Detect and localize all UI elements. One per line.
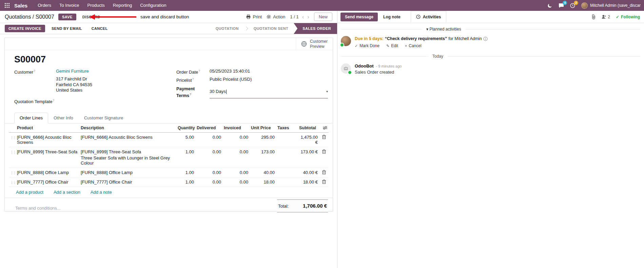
table-row[interactable]: ⋮⋮ [FURN_6666] Acoustic Bloc Screens [FU…	[9, 133, 329, 147]
add-note-link[interactable]: Add a note	[91, 190, 112, 195]
add-product-link[interactable]: Add a product	[16, 190, 43, 195]
cell-description[interactable]: [FURN_6666] Acoustic Bloc Screens	[79, 133, 176, 147]
cancel-activity-button[interactable]: ×Cancel	[405, 43, 422, 48]
col-subtotal[interactable]: Subtotal	[298, 123, 319, 133]
column-options[interactable]	[319, 123, 329, 133]
cell-taxes[interactable]	[276, 168, 298, 177]
tab-other-info[interactable]: Other Info	[48, 113, 79, 123]
cell-taxes[interactable]	[276, 177, 298, 187]
customer-preview-button[interactable]: Customer Preview	[296, 38, 333, 50]
edit-activity-button[interactable]: ✎Edit	[386, 43, 398, 48]
pager-next-icon[interactable]: ›	[307, 14, 309, 20]
cancel-button[interactable]: CANCEL	[89, 25, 111, 32]
user-menu[interactable]: Mitchell Admin (save_discar	[581, 2, 641, 9]
terms-and-conditions-input[interactable]: Terms and conditions...	[15, 206, 61, 211]
col-invoiced[interactable]: Invoiced	[222, 123, 250, 133]
cell-product[interactable]: [FURN_8888] Office Lamp	[16, 168, 79, 177]
cell-description[interactable]: [FURN_7777] Office Chair	[79, 177, 176, 187]
col-quantity[interactable]: Quantity	[176, 123, 195, 133]
payment-terms-input[interactable]: 30 Days ▾	[210, 86, 328, 98]
stage-quotation-sent[interactable]: QUOTATION SENT	[248, 23, 294, 34]
cell-taxes[interactable]	[276, 147, 298, 168]
message-author[interactable]: OdooBot	[355, 63, 374, 69]
col-description[interactable]: Description	[79, 123, 176, 133]
action-menu-button[interactable]: Action	[267, 14, 285, 19]
apps-menu-icon[interactable]	[3, 3, 12, 8]
table-row[interactable]: ⋮⋮ [FURN_7777] Office Chair [FURN_7777] …	[9, 177, 329, 187]
cell-unit-price[interactable]: 295.00	[250, 133, 276, 147]
cell-invoiced[interactable]: 0.00	[222, 147, 250, 168]
stage-quotation[interactable]: QUOTATION	[210, 23, 244, 34]
menu-configuration[interactable]: Configuration	[136, 0, 170, 11]
cell-product[interactable]: [FURN_8999] Three-Seat Sofa	[16, 147, 79, 168]
cell-delivered[interactable]: 0.00	[195, 147, 222, 168]
add-section-link[interactable]: Add a section	[54, 190, 80, 195]
col-taxes[interactable]: Taxes	[276, 123, 298, 133]
pager-prev-icon[interactable]: ‹	[302, 14, 304, 20]
cell-invoiced[interactable]: 0.00	[222, 177, 250, 187]
pricelist-value[interactable]: Public Pricelist (USD)	[210, 76, 252, 83]
customer-value-link[interactable]: Gemini Furniture	[56, 68, 89, 75]
delete-row-icon[interactable]	[320, 149, 327, 154]
menu-products[interactable]: Products	[83, 0, 109, 11]
cell-quantity[interactable]: 1.00	[176, 147, 195, 168]
send-message-button[interactable]: Send message	[340, 13, 378, 21]
table-row[interactable]: ⋮⋮ [FURN_8888] Office Lamp [FURN_8888] O…	[9, 168, 329, 177]
cell-delivered[interactable]: 0.00	[195, 177, 222, 187]
print-button[interactable]: Print	[246, 14, 262, 19]
menu-reporting[interactable]: Reporting	[109, 0, 136, 11]
table-row[interactable]: ⋮⋮ [FURN_8999] Three-Seat Sofa [FURN_899…	[9, 147, 329, 168]
drag-handle-icon[interactable]: ⋮⋮	[10, 136, 16, 139]
menu-to-invoice[interactable]: To Invoice	[55, 0, 83, 11]
activity-clock-icon[interactable]: 2	[570, 3, 575, 8]
send-by-email-button[interactable]: SEND BY EMAIL	[48, 25, 85, 32]
activities-tab[interactable]: Activities	[411, 11, 446, 23]
cell-product[interactable]: [FURN_6666] Acoustic Bloc Screens	[16, 133, 79, 147]
col-delivered[interactable]: Delivered	[195, 123, 222, 133]
following-button[interactable]: ✓ Following	[616, 15, 640, 19]
delete-row-icon[interactable]	[320, 179, 327, 184]
order-date-value[interactable]: 05/25/2023 15:40:01	[210, 68, 250, 75]
tab-customer-signature[interactable]: Customer Signature	[79, 113, 129, 123]
drag-handle-icon[interactable]: ⋮⋮	[10, 150, 16, 154]
menu-orders[interactable]: Orders	[34, 0, 55, 11]
cell-quantity[interactable]: 1.00	[176, 168, 195, 177]
cell-delivered[interactable]: 0.00	[195, 168, 222, 177]
cell-delivered[interactable]: 0.00	[195, 133, 222, 147]
odoobot-avatar[interactable]	[341, 63, 351, 74]
cell-invoiced[interactable]: 0.00	[222, 133, 250, 147]
cell-product[interactable]: [FURN_7777] Office Chair	[16, 177, 79, 187]
mark-done-button[interactable]: ✓Mark Done	[355, 43, 379, 48]
chevron-down-icon[interactable]: ▾	[326, 89, 328, 94]
tab-order-lines[interactable]: Order Lines	[14, 113, 48, 123]
cell-unit-price[interactable]: 40.00	[250, 168, 276, 177]
activity-assignee-avatar[interactable]	[341, 36, 351, 46]
delete-row-icon[interactable]	[320, 135, 327, 139]
save-button[interactable]: SAVE	[58, 14, 76, 20]
planned-activities-toggle[interactable]: ▾ Planned activities	[422, 27, 465, 32]
col-unit-price[interactable]: Unit Price	[250, 123, 276, 133]
discard-button[interactable]: DISCARD	[80, 14, 102, 20]
cell-invoiced[interactable]: 0.00	[222, 168, 250, 177]
stage-sales-order[interactable]: SALES ORDER	[294, 23, 337, 34]
followers-button[interactable]: 2	[602, 15, 610, 19]
cell-taxes[interactable]	[276, 133, 298, 147]
drag-handle-icon[interactable]: ⋮⋮	[10, 171, 16, 175]
cell-description[interactable]: [FURN_8999] Three-Seat SofaThree Seater …	[79, 147, 176, 168]
new-button[interactable]: New	[314, 13, 332, 21]
col-product[interactable]: Product	[16, 123, 79, 133]
cell-unit-price[interactable]: 173.00	[250, 147, 276, 168]
delete-row-icon[interactable]	[320, 170, 327, 174]
messages-icon[interactable]: 4	[559, 3, 564, 8]
create-invoice-button[interactable]: CREATE INVOICE	[5, 25, 45, 32]
drag-handle-icon[interactable]: ⋮⋮	[10, 180, 16, 184]
moon-icon[interactable]	[547, 3, 552, 8]
cell-description[interactable]: [FURN_8888] Office Lamp	[79, 168, 176, 177]
log-note-button[interactable]: Log note	[383, 15, 401, 19]
cell-quantity[interactable]: 1.00	[176, 177, 195, 187]
app-title[interactable]: Sales	[14, 3, 27, 8]
attachments-button[interactable]	[591, 14, 596, 19]
info-icon[interactable]	[483, 37, 488, 41]
cell-unit-price[interactable]: 18.00	[250, 177, 276, 187]
cell-quantity[interactable]: 5.00	[176, 133, 195, 147]
